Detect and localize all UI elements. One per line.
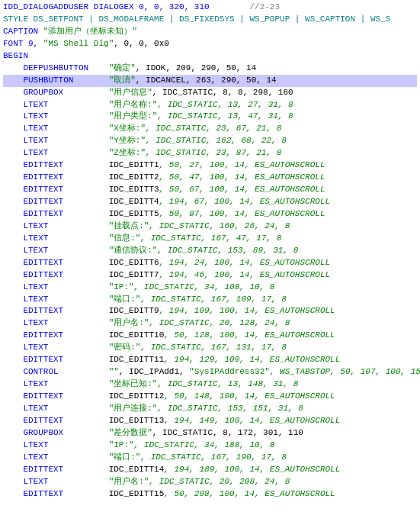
code-token: EDITTEXT bbox=[3, 209, 109, 218]
code-token: , IDOK, 209, 290, 50, 14 bbox=[136, 63, 256, 72]
code-token: LTEXT bbox=[3, 233, 109, 243]
code-line: EDITTEXT IDC_EDITT14, 194, 189, 100, 14,… bbox=[3, 464, 417, 476]
code-token: , IDCANCEL, 263, 290, 50, 14 bbox=[136, 76, 277, 85]
code-token: "密码:" bbox=[109, 343, 141, 352]
code-line: LTEXT "信息:", IDC_STATIC, 167, 47, 17, 8 bbox=[3, 233, 417, 245]
code-token: EDITTEXT bbox=[3, 258, 109, 267]
code-token: //2-23 bbox=[210, 2, 280, 11]
code-line: EDITTEXT IDC_EDITT9, 194, 109, 100, 14, … bbox=[3, 305, 417, 317]
code-token: BEGIN bbox=[3, 51, 28, 60]
code-token: , IDC_STATIC, 167, 190, 17, 8 bbox=[140, 452, 286, 462]
code-line: LTEXT "挂载点:", IDC_STATIC, 160, 26, 24, 8 bbox=[3, 221, 417, 233]
code-token: LTEXT bbox=[3, 282, 109, 291]
code-token: LTEXT bbox=[3, 124, 109, 133]
code-line: IDD_DIALOGADDUSER DIALOGEX 0, 0, 320, 31… bbox=[3, 2, 417, 14]
code-line: EDITTEXT IDC_EDITT7, 194, 46, 100, 14, E… bbox=[3, 269, 417, 282]
code-line: LTEXT "密码:", IDC_STATIC, 167, 131, 17, 8 bbox=[3, 342, 417, 354]
code-token: EDITTEXT bbox=[3, 330, 109, 340]
code-token: EDITTEXT bbox=[3, 465, 109, 474]
code-token: , IDC_STATIC, 8, 8, 298, 160 bbox=[152, 88, 293, 97]
code-token: , 194, 109, 100, 14, ES_AUTOHSCROLL bbox=[159, 306, 335, 315]
code-token: IDC_EDITT10 bbox=[109, 330, 165, 340]
code-token: EDITTEXT bbox=[3, 172, 109, 182]
code-line: EDITTEXT IDC_EDITT6, 194, 24, 100, 14, E… bbox=[3, 257, 417, 269]
code-token: , IDC_STATIC, 34, 188, 10, 8 bbox=[134, 440, 275, 449]
code-token: LTEXT bbox=[3, 111, 109, 121]
code-token: LTEXT bbox=[3, 295, 109, 304]
code-token: "IP:" bbox=[109, 440, 134, 449]
code-token: , IDC_STATIC, 23, 87, 21, 8 bbox=[146, 148, 281, 157]
code-token: EDITTEXT bbox=[3, 489, 109, 498]
code-token: IDC_EDITT1 bbox=[109, 160, 159, 169]
code-token: CAPTION bbox=[3, 27, 43, 36]
code-token: EDITTEXT bbox=[3, 306, 109, 315]
code-line: PUSHBUTTON "取消", IDCANCEL, 263, 290, 50,… bbox=[3, 75, 417, 87]
code-token: "用户类型:" bbox=[109, 111, 158, 121]
code-token: LTEXT bbox=[3, 343, 109, 352]
code-line: EDITTEXT IDC_EDITT11, 194, 129, 100, 14,… bbox=[3, 354, 417, 366]
code-token: IDC_EDITT3 bbox=[109, 185, 159, 194]
code-token: , 194, 189, 100, 14, ES_AUTOHSCROLL bbox=[164, 465, 340, 474]
code-editor: IDD_DIALOGADDUSER DIALOGEX 0, 0, 320, 31… bbox=[0, 0, 420, 501]
code-token: , IDC_STATIC, 34, 108, 10, 8 bbox=[134, 282, 275, 291]
code-token: "通信协议:" bbox=[109, 246, 158, 255]
code-token: FONT 9, bbox=[3, 39, 43, 48]
code-token: , 50, 47, 100, 14, ES_AUTOHSCROLL bbox=[159, 172, 325, 182]
code-line: STYLE DS_SETFONT | DS_MODALFRAME | DS_FI… bbox=[3, 14, 417, 26]
code-token: , IDC_STATIC, 167, 131, 17, 8 bbox=[140, 343, 286, 352]
code-token: LTEXT bbox=[3, 379, 109, 388]
code-token: , 50, 208, 100, 14, ES_AUTOHSCROLL bbox=[164, 489, 335, 498]
code-token: "坐标已知:" bbox=[109, 379, 158, 388]
code-token: , 194, 24, 100, 14, ES_AUTOHSCROLL bbox=[159, 258, 330, 267]
code-token: IDC_EDITT15 bbox=[109, 489, 165, 498]
code-token: "确定" bbox=[109, 63, 136, 72]
code-token: "信息:" bbox=[109, 233, 141, 243]
code-token: LTEXT bbox=[3, 318, 109, 327]
code-token: , IDC_STATIC, 153, 89, 31, 8 bbox=[157, 246, 298, 255]
code-token: , IDC_IPAdd1, bbox=[119, 367, 189, 376]
code-token: LTEXT bbox=[3, 136, 109, 145]
code-line: EDITTEXT IDC_EDITT13, 194, 149, 100, 14,… bbox=[3, 415, 417, 427]
code-line: LTEXT "坐标已知:", IDC_STATIC, 13, 148, 31, … bbox=[3, 378, 417, 391]
code-line: EDITTEXT IDC_EDITT12, 50, 148, 100, 14, … bbox=[3, 391, 417, 403]
code-token: , IDC_STATIC, 8, 172, 301, 110 bbox=[152, 428, 303, 437]
code-token: , IDC_STATIC, 13, 148, 31, 8 bbox=[157, 379, 298, 388]
code-token: "差分数据" bbox=[109, 428, 152, 437]
code-token: IDC_EDITT2 bbox=[109, 172, 159, 182]
code-line: DEFPUSHBUTTON "确定", IDOK, 209, 290, 50, … bbox=[3, 63, 417, 75]
code-token: GROUPBOX bbox=[3, 428, 109, 437]
code-token: "用户名称:" bbox=[109, 100, 158, 109]
code-token: "用户名:" bbox=[109, 477, 149, 486]
code-token: IDC_EDITT13 bbox=[109, 416, 165, 425]
code-token: IDD_DIALOGADDUSER DIALOGEX 0, 0, 320, 31… bbox=[3, 2, 210, 11]
code-token: IDC_EDITT9 bbox=[109, 306, 159, 315]
code-token: , IDC_STATIC, 153, 151, 31, 8 bbox=[157, 404, 303, 413]
code-line: LTEXT "X坐标:", IDC_STATIC, 23, 67, 21, 8 bbox=[3, 123, 417, 135]
code-token: , 194, 67, 100, 14, ES_AUTOHSCROLL bbox=[159, 197, 330, 206]
code-token: IDC_EDITT7 bbox=[109, 270, 159, 279]
code-token: , WS_TABSTOP, 50, 107, 100, 15 bbox=[270, 367, 420, 376]
code-token: "用户连接:" bbox=[109, 404, 158, 413]
code-token: , 50, 87, 100, 14, ES_AUTOHSCROLL bbox=[159, 209, 325, 218]
code-token: IDC_EDITT14 bbox=[109, 465, 165, 474]
code-token: EDITTEXT bbox=[3, 355, 109, 364]
code-token: DEFPUSHBUTTON bbox=[3, 63, 109, 72]
code-token: , IDC_STATIC, 20, 128, 24, 8 bbox=[149, 318, 290, 327]
code-line: CONTROL "", IDC_IPAdd1, "SysIPAddress32"… bbox=[3, 366, 417, 378]
code-token: LTEXT bbox=[3, 452, 109, 462]
code-token: "MS Shell Dlg" bbox=[43, 39, 114, 48]
code-token: "IP:" bbox=[109, 282, 134, 291]
code-token: STYLE DS_SETFONT | DS_MODALFRAME | DS_FI… bbox=[3, 14, 390, 24]
code-token: LTEXT bbox=[3, 221, 109, 230]
code-line: LTEXT "IP:", IDC_STATIC, 34, 188, 10, 8 bbox=[3, 440, 417, 452]
code-token: "Y坐标:" bbox=[109, 136, 146, 145]
code-line: EDITTEXT IDC_EDITT15, 50, 208, 100, 14, … bbox=[3, 488, 417, 501]
code-token: IDC_EDITT4 bbox=[109, 197, 159, 206]
code-token: IDC_EDITT11 bbox=[109, 355, 165, 364]
code-token: "用户名:" bbox=[109, 318, 149, 327]
code-token: CONTROL bbox=[3, 367, 109, 376]
code-line: LTEXT "用户名称:", IDC_STATIC, 13, 27, 31, 8 bbox=[3, 99, 417, 111]
code-token: , 0, 0, 0x0 bbox=[114, 39, 169, 48]
code-token: , 194, 46, 100, 14, ES_AUTOHSCROLL bbox=[159, 270, 330, 279]
code-line: EDITTEXT IDC_EDITT10, 50, 128, 100, 14, … bbox=[3, 330, 417, 342]
